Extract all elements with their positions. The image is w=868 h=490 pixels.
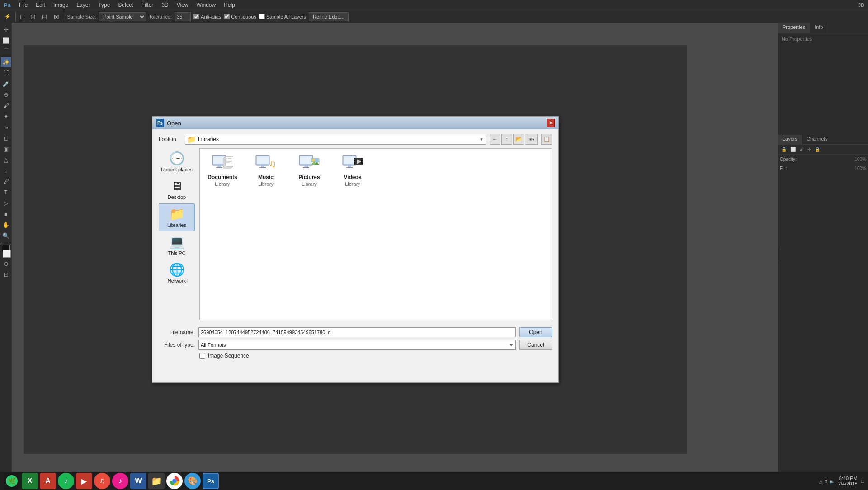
lasso-tool[interactable]: ⌒ bbox=[1, 46, 11, 56]
move-tool[interactable]: ✛ bbox=[1, 24, 11, 34]
sidebar-nav-libraries[interactable]: 📁 Libraries bbox=[159, 203, 195, 231]
menu-file[interactable]: File bbox=[15, 1, 31, 9]
tab-properties[interactable]: Properties bbox=[778, 23, 810, 33]
file-item-documents[interactable]: Documents Library bbox=[204, 153, 241, 188]
dialog-open-button[interactable]: Open bbox=[519, 327, 552, 337]
sidebar-nav-this-pc[interactable]: 💻 This PC bbox=[159, 232, 195, 259]
image-sequence-checkbox[interactable] bbox=[199, 353, 205, 359]
sidebar-nav-recent-places[interactable]: 🕒 Recent places bbox=[159, 148, 195, 175]
taskbar-spotify-app[interactable]: ♪ bbox=[58, 473, 74, 489]
dialog-sidebar: 🕒 Recent places 🖥 Desktop 📁 Libraries bbox=[159, 148, 195, 320]
svg-rect-17 bbox=[300, 156, 312, 164]
toolbar-icon-1[interactable]: □ bbox=[19, 12, 26, 21]
image-sequence-label: Image Sequence bbox=[208, 353, 249, 359]
file-item-music[interactable]: ♫ Music Library bbox=[248, 153, 284, 188]
quick-mask-tool[interactable]: ⊙ bbox=[1, 259, 11, 269]
menu-layer[interactable]: Layer bbox=[73, 1, 94, 9]
crop-tool[interactable]: ⛶ bbox=[1, 68, 11, 78]
file-item-videos[interactable]: Videos Library bbox=[335, 153, 371, 188]
videos-icon-wrap bbox=[342, 155, 363, 173]
sidebar-nav-desktop[interactable]: 🖥 Desktop bbox=[159, 176, 195, 203]
menu-select[interactable]: Select bbox=[114, 1, 137, 9]
nav-back-button[interactable]: ← bbox=[490, 134, 500, 145]
sample-all-layers-check-label[interactable]: Sample All Layers bbox=[259, 14, 306, 19]
pen-tool[interactable]: 🖊 bbox=[1, 176, 11, 186]
toolbar-icon-2[interactable]: ⊞ bbox=[28, 12, 38, 21]
tolerance-input[interactable] bbox=[175, 12, 191, 21]
sample-all-layers-checkbox[interactable] bbox=[259, 14, 265, 19]
screen-mode-tool[interactable]: ⊡ bbox=[1, 269, 11, 279]
contiguous-checkbox[interactable] bbox=[224, 14, 230, 19]
eraser-tool[interactable]: ◻ bbox=[1, 133, 11, 143]
tab-layers[interactable]: Layers bbox=[778, 135, 802, 144]
lock-all-btn[interactable]: 🔒 bbox=[813, 146, 821, 152]
tool-preset-btn[interactable]: ⚡ bbox=[3, 13, 13, 20]
toolbar-icon-4[interactable]: ⊠ bbox=[52, 12, 61, 21]
workspace-label: 3D bbox=[858, 2, 864, 8]
taskbar-itunes-app[interactable]: ♪ bbox=[112, 473, 128, 489]
background-color[interactable] bbox=[3, 250, 11, 258]
contiguous-check-label[interactable]: Contiguous bbox=[224, 14, 256, 19]
shape-tool[interactable]: ■ bbox=[1, 209, 11, 219]
view-options-button[interactable]: ⊞▾ bbox=[525, 134, 538, 145]
filetype-select[interactable]: All Formats bbox=[198, 340, 516, 350]
refine-edge-button[interactable]: Refine Edge... bbox=[309, 12, 349, 21]
clone-tool[interactable]: ✦ bbox=[1, 111, 11, 121]
gradient-tool[interactable]: ▣ bbox=[1, 144, 11, 154]
anti-alias-check-label[interactable]: Anti-alias bbox=[193, 14, 221, 19]
history-brush-tool[interactable]: ⤿ bbox=[1, 122, 11, 132]
dialog-cancel-button[interactable]: Cancel bbox=[519, 340, 552, 350]
lock-transparent-btn[interactable]: ⬜ bbox=[789, 146, 797, 152]
menu-image[interactable]: Image bbox=[50, 1, 72, 9]
file-item-pictures[interactable]: Pictures Library bbox=[291, 153, 327, 188]
nav-extra-button[interactable]: 📋 bbox=[541, 134, 552, 145]
menu-window[interactable]: Window bbox=[193, 1, 220, 9]
dialog-close-button[interactable]: ✕ bbox=[547, 119, 555, 127]
taskbar-word-app[interactable]: W bbox=[130, 473, 146, 489]
zoom-tool[interactable]: 🔍 bbox=[1, 231, 11, 240]
menu-view[interactable]: View bbox=[173, 1, 192, 9]
lookin-dropdown[interactable]: 📁 Libraries ▼ bbox=[185, 134, 486, 145]
dialog-title-text: Open bbox=[167, 120, 181, 127]
svg-rect-27 bbox=[348, 165, 351, 167]
menu-3d[interactable]: 3D bbox=[158, 1, 172, 9]
tab-channels[interactable]: Channels bbox=[802, 135, 832, 144]
heal-tool[interactable]: ⊕ bbox=[1, 90, 11, 99]
lock-image-btn[interactable]: 🖌 bbox=[798, 146, 805, 152]
toolbar-icon-3[interactable]: ⊟ bbox=[40, 12, 49, 21]
svg-rect-32 bbox=[354, 162, 355, 164]
tab-info[interactable]: Info bbox=[810, 23, 828, 33]
nav-up-button[interactable]: ↑ bbox=[501, 134, 512, 145]
marquee-tool[interactable]: ⬜ bbox=[1, 35, 11, 45]
path-select-tool[interactable]: ▷ bbox=[1, 198, 11, 208]
taskbar-photoshop-app[interactable]: Ps bbox=[203, 473, 219, 489]
taskbar-autocad-app[interactable]: A bbox=[40, 473, 56, 489]
magic-wand-tool[interactable]: ✨ bbox=[1, 57, 11, 67]
anti-alias-checkbox[interactable] bbox=[193, 14, 199, 19]
sample-size-select[interactable]: Point Sample 3 by 3 Average 5 by 5 Avera… bbox=[99, 12, 146, 21]
menu-type[interactable]: Type bbox=[94, 1, 113, 9]
type-tool[interactable]: T bbox=[1, 187, 11, 197]
hand-tool[interactable]: ✋ bbox=[1, 220, 11, 230]
dodge-tool[interactable]: ○ bbox=[1, 165, 11, 175]
eyedropper-tool[interactable]: 💉 bbox=[1, 79, 11, 89]
lock-position-btn[interactable]: ✛ bbox=[806, 146, 812, 152]
taskbar-notification-btn[interactable]: □ bbox=[861, 478, 864, 484]
brush-tool[interactable]: 🖌 bbox=[1, 100, 11, 110]
taskbar-music-app[interactable]: ♫ bbox=[94, 473, 110, 489]
menu-help[interactable]: Help bbox=[220, 1, 239, 9]
blur-tool[interactable]: △ bbox=[1, 155, 11, 165]
dialog-ps-icon: Ps bbox=[156, 119, 164, 127]
taskbar-excel-app[interactable]: X bbox=[22, 473, 38, 489]
taskbar-greenleaf-app[interactable]: 🌿 bbox=[4, 473, 20, 489]
taskbar-paint-app[interactable]: 🎨 bbox=[184, 473, 201, 489]
sidebar-nav-network[interactable]: 🌐 Network bbox=[159, 259, 195, 286]
taskbar-folder-app[interactable]: 📁 bbox=[148, 473, 165, 489]
taskbar-chrome-app[interactable] bbox=[166, 473, 183, 489]
filename-input[interactable] bbox=[198, 327, 516, 337]
menu-filter[interactable]: Filter bbox=[138, 1, 157, 9]
taskbar-slides-app[interactable]: ▶ bbox=[76, 473, 92, 489]
music-library-sublabel: Library bbox=[258, 181, 274, 187]
nav-new-folder-button[interactable]: 📂 bbox=[513, 134, 524, 145]
menu-edit[interactable]: Edit bbox=[32, 1, 49, 9]
